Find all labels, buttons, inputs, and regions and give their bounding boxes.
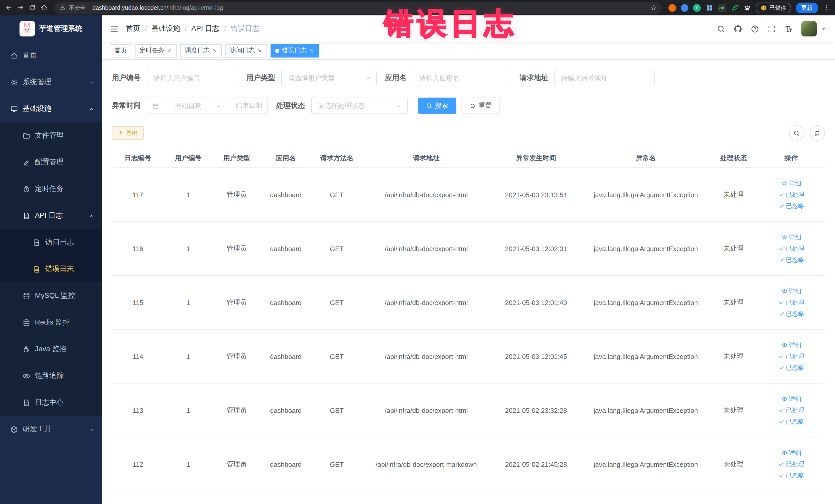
font-size-icon[interactable] [784,24,793,33]
sidebar-item[interactable]: 日志中心 [0,389,102,416]
address-bar[interactable]: 不安全 dashboard.yudao.iocoder.cn/infra/log… [55,2,661,14]
security-warning-icon[interactable] [60,5,66,11]
cell-exception-name: java.lang.IllegalArgumentException [583,383,709,437]
processed-link[interactable]: 已处理 [778,298,804,307]
exception-time-range-picker[interactable]: 开始日期 - 结束日期 [147,98,268,114]
sidebar-item[interactable]: 链路追踪 [0,363,102,389]
table-header-row: 日志编号用户编号用户类型应用名请求方法名请求地址异常发生时间异常名处理状态操作 [112,148,825,168]
breadcrumb-item[interactable]: 基础设施 [151,24,180,33]
processed-link[interactable]: 已处理 [778,244,804,253]
browser-update-button[interactable]: 更新 [795,2,818,13]
detail-link[interactable]: 详细 [781,341,801,349]
tab-close-icon[interactable] [167,48,172,53]
detail-link[interactable]: 详细 [781,233,801,242]
tab[interactable]: 调度日志 [180,44,222,57]
timer-icon [23,185,30,193]
extension-blue-icon[interactable] [680,4,688,12]
sidebar-item[interactable]: Java 监控 [0,336,102,363]
sidebar-item[interactable]: 错误日志 [0,256,102,282]
column-header: 请求地址 [363,148,489,168]
ignored-link[interactable]: 已忽略 [778,309,804,318]
download-icon [118,130,124,136]
detail-link[interactable]: 详细 [781,287,801,296]
bookmark-star-icon[interactable] [650,5,656,11]
sidebar-toggle-icon[interactable] [110,24,119,33]
processed-link[interactable]: 已处理 [778,190,804,199]
breadcrumb-item[interactable]: API 日志 [191,24,220,33]
browser-home-icon[interactable] [41,4,48,11]
cell-actions: 详细 已处理 已忽略 [758,329,825,383]
eye-icon [781,288,787,294]
tab-close-icon[interactable] [212,48,217,53]
exception-time-label: 异常时间 [112,101,141,110]
sidebar-item[interactable]: 配置管理 [0,149,102,176]
extension-y-icon[interactable]: Y [693,4,700,12]
table-row: 115 1 管理员 dashboard GET /api/infra/db-do… [112,276,825,329]
ignored-link[interactable]: 已忽略 [778,417,804,426]
cell-request-url: /api/infra/db-doc/export-html [363,329,489,383]
user-avatar[interactable] [801,21,816,37]
tab[interactable]: 访问日志 [225,44,267,57]
app-name-input[interactable] [413,70,511,86]
extension-leaf-icon[interactable] [731,4,738,12]
cell-log-id: 115 [112,276,164,329]
column-header: 用户编号 [164,148,212,168]
request-url-input[interactable] [554,70,655,86]
processed-link[interactable]: 已处理 [778,406,804,415]
refresh-table-button[interactable] [809,125,825,141]
processed-link[interactable]: 已处理 [778,352,804,361]
detail-link[interactable]: 详细 [781,179,801,188]
breadcrumb-item: 错误日志 [230,24,259,33]
sidebar-item[interactable]: 基础设施 [0,96,102,122]
sidebar-item[interactable]: API 日志 [0,202,102,229]
fullscreen-icon[interactable] [767,24,776,33]
extension-grid-icon[interactable] [705,4,713,12]
detail-link[interactable]: 详细 [781,395,801,403]
detail-link[interactable]: 详细 [781,448,801,457]
sidebar-item-label: MySQL 监控 [35,291,75,300]
sidebar-item[interactable]: 系统管理 [0,69,102,96]
toggle-search-button[interactable] [789,125,804,141]
extension-orange-icon[interactable] [668,4,676,12]
tab-close-icon[interactable] [257,48,262,53]
tab[interactable]: 首页 [110,44,131,57]
app-logo[interactable]: 芋道管理系统 [0,15,102,42]
browser-menu-icon[interactable] [823,4,830,11]
export-button[interactable]: 导出 [112,126,144,140]
filter-form: 用户编号 用户类型 请选择用户类型 应用名 [112,70,825,114]
sidebar-item[interactable]: 定时任务 [0,176,102,202]
status-select[interactable]: 请选择处理状态 [311,98,408,114]
sidebar-item[interactable]: Redis 监控 [0,309,102,336]
sidebar-item[interactable]: 首页 [0,42,102,69]
sidebar-item[interactable]: 文件管理 [0,122,102,149]
extension-on-badge[interactable]: on [717,4,726,12]
cell-log-id: 117 [112,168,164,222]
ignored-link[interactable]: 已忽略 [778,471,804,480]
breadcrumb-item[interactable]: 首页 [126,24,140,33]
search-button[interactable]: 搜索 [418,98,456,114]
user-id-input[interactable] [147,70,238,86]
processed-link[interactable]: 已处理 [778,460,804,468]
browser-back-icon[interactable] [5,4,12,11]
paused-extension-badge[interactable]: 已暂停 [755,2,791,13]
browser-reload-icon[interactable] [29,4,36,11]
header-search-icon[interactable] [716,24,725,33]
sidebar-item-label: 访问日志 [45,238,74,247]
user-type-select[interactable]: 请选择用户类型 [281,70,377,86]
help-icon[interactable] [750,24,759,33]
tab[interactable]: 定时任务 [135,44,177,57]
browser-forward-icon[interactable] [17,4,24,11]
ignored-link[interactable]: 已忽略 [778,363,804,372]
reset-button[interactable]: 重置 [462,98,500,114]
security-label[interactable]: 不安全 [69,4,86,12]
tab[interactable]: 错误日志 [270,44,319,57]
sidebar-item[interactable]: 访问日志 [0,229,102,256]
tab-close-icon[interactable] [309,48,314,53]
avatar-caret-icon[interactable] [820,25,827,32]
github-icon[interactable] [733,24,742,33]
extension-paw-icon[interactable] [743,4,751,12]
ignored-link[interactable]: 已忽略 [778,202,804,210]
sidebar-item[interactable]: MySQL 监控 [0,282,102,309]
sidebar-item[interactable]: 研发工具 [0,416,102,443]
ignored-link[interactable]: 已忽略 [778,256,804,264]
